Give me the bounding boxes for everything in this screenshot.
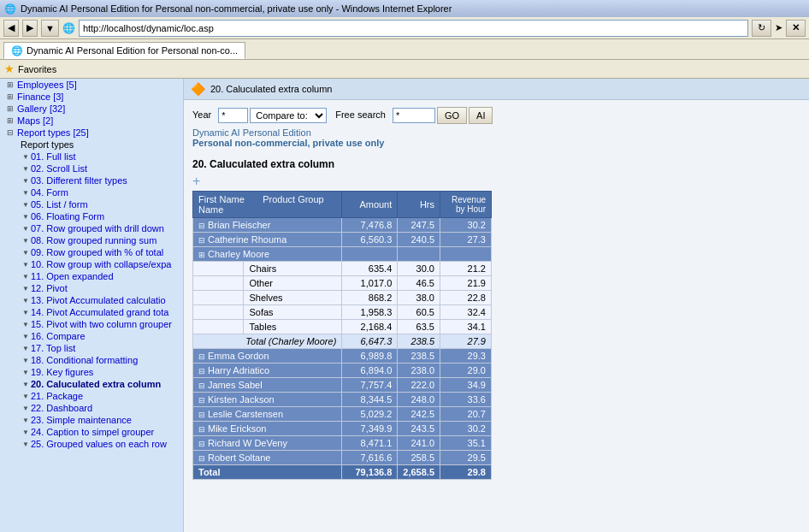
sidebar-item-7[interactable]: ▼07. Row grouped with drill down [15, 222, 183, 234]
ai-button[interactable]: AI [469, 107, 493, 124]
expand-icon[interactable]: ⊟ [198, 222, 205, 230]
sidebar-item-label: 17. Top list [31, 343, 75, 353]
amount-cell: 1,017.0 [342, 276, 398, 291]
year-control-group: Year Compare to: [192, 106, 327, 123]
table-body: ⊟Brian Fleischer7,476.8247.530.2⊟Catheri… [193, 218, 492, 480]
sidebar-item-finance[interactable]: ⊞ Finance [3] [0, 91, 183, 103]
sidebar-item-label: 16. Compare [31, 331, 86, 341]
bullet-icon: ▼ [22, 333, 29, 340]
bullet-icon: ▼ [22, 297, 29, 304]
expand-icon[interactable]: ⊞ [198, 251, 205, 259]
back-button[interactable]: ◀ [3, 20, 19, 37]
sidebar-item-3[interactable]: ▼03. Different filter types [15, 174, 183, 186]
product-name-cell [193, 262, 244, 276]
sidebar-item-11[interactable]: ▼11. Open expanded [15, 270, 183, 282]
sidebar-item-4[interactable]: ▼04. Form [15, 186, 183, 198]
expand-icon[interactable]: ⊟ [198, 440, 205, 448]
expand-icon: ⊟ [7, 128, 15, 137]
forward-button[interactable]: ▶ [22, 20, 38, 37]
sidebar-item-9[interactable]: ▼09. Row grouped with % of total [15, 246, 183, 258]
sidebar-item-employees[interactable]: ⊞ Employees [5] [0, 79, 183, 91]
expand-icon[interactable]: ⊟ [198, 236, 205, 245]
refresh-button[interactable]: ↻ [752, 20, 771, 37]
expand-icon[interactable]: ⊟ [198, 367, 205, 375]
compare-to-select[interactable]: Compare to: [250, 108, 327, 123]
sidebar-item-15[interactable]: ▼15. Pivot with two column grouper [15, 318, 183, 330]
sidebar-item-label: 10. Row group with collapse/expa [31, 259, 171, 269]
sidebar-item-8[interactable]: ▼08. Row grouped running sum [15, 234, 183, 246]
report-types-header: Report types [9, 139, 183, 151]
sidebar-item-label: Finance [3] [17, 92, 63, 102]
table-row: Total (Charley Moore)6,647.3238.527.9 [193, 334, 492, 349]
sidebar-item-20[interactable]: ▼20. Caluculated extra column [15, 378, 183, 390]
expand-icon[interactable]: ⊟ [198, 396, 205, 405]
product-name-cell [193, 305, 244, 320]
dropdown-button[interactable]: ▼ [41, 20, 59, 37]
bullet-icon: ▼ [22, 261, 29, 269]
total-label-cell: Total (Charley Moore) [193, 334, 342, 349]
sidebar-item-14[interactable]: ▼14. Pivot Accumulated grand tota [15, 306, 183, 318]
sidebar-item-10[interactable]: ▼10. Row group with collapse/expa [15, 258, 183, 270]
sidebar-item-24[interactable]: ▼24. Caption to simpel grouper [15, 426, 183, 438]
sidebar-item-label: 08. Row grouped running sum [31, 235, 156, 245]
sidebar-item-label: Report types [25] [17, 127, 89, 138]
sidebar-item-label: 19. Key figures [31, 367, 93, 377]
sidebar-item-label: 05. List / form [31, 199, 88, 210]
sidebar-item-1[interactable]: ▼01. Full list [15, 151, 183, 163]
table-row: Tables2,168.463.534.1 [193, 320, 492, 334]
sidebar-item-18[interactable]: ▼18. Conditional formatting [15, 354, 183, 366]
year-input[interactable] [218, 108, 248, 123]
sidebar-item-13[interactable]: ▼13. Pivot Accumulated calculatio [15, 294, 183, 306]
group-name-cell: ⊟Catherine Rhouma [193, 233, 342, 247]
sidebar-item-report-types[interactable]: ⊟ Report types [25] [0, 127, 183, 139]
sidebar-item-17[interactable]: ▼17. Top list [15, 342, 183, 354]
rev-cell: 29.0 [440, 364, 492, 378]
bullet-icon: ▼ [22, 273, 29, 281]
rev-cell: 29.5 [440, 451, 492, 465]
expand-icon[interactable]: ⊟ [198, 352, 205, 361]
sidebar-item-label: 02. Scroll List [31, 163, 87, 174]
group-name-cell: ⊟Harry Adriatico [193, 364, 342, 378]
title-bar: 🌐 Dynamic AI Personal Edition for Person… [0, 0, 809, 17]
add-button[interactable]: + [192, 174, 800, 189]
table-row: ⊟Harry Adriatico6,894.0238.029.0 [193, 364, 492, 378]
sidebar-item-23[interactable]: ▼23. Simple maintenance [15, 414, 183, 426]
expand-icon[interactable]: ⊟ [198, 454, 205, 463]
group-name-cell: ⊟Emma Gordon [193, 349, 342, 364]
sidebar-item-6[interactable]: ▼06. Floating Form [15, 210, 183, 222]
active-tab[interactable]: 🌐 Dynamic AI Personal Edition for Person… [3, 42, 245, 59]
rev-cell: 27.3 [440, 233, 492, 247]
arrow-icon: ➤ [775, 22, 782, 33]
hrs-cell: 238.0 [398, 364, 440, 378]
tabs-bar: 🌐 Dynamic AI Personal Edition for Person… [0, 39, 809, 60]
free-search-input[interactable] [393, 108, 435, 123]
sidebar-item-25[interactable]: ▼25. Grouped values on each row [15, 438, 183, 450]
favorites-label: Favorites [18, 64, 56, 74]
address-input[interactable] [79, 20, 748, 37]
bullet-icon: ▼ [22, 201, 29, 209]
sidebar-item-maps[interactable]: ⊞ Maps [2] [0, 115, 183, 127]
table-row: ⊟Robert Soltane7,616.6258.529.5 [193, 451, 492, 465]
table-row: ⊟Kirsten Jackson8,344.5248.033.6 [193, 393, 492, 407]
go-button[interactable]: GO [437, 107, 467, 124]
expand-icon[interactable]: ⊟ [198, 425, 205, 434]
sidebar-item-22[interactable]: ▼22. Dashboard [15, 402, 183, 414]
sidebar-item-12[interactable]: ▼12. Pivot [15, 282, 183, 294]
expand-icon[interactable]: ⊟ [198, 411, 205, 419]
sidebar-item-5[interactable]: ▼05. List / form [15, 198, 183, 210]
amount-cell: 8,471.1 [342, 436, 398, 451]
amount-cell: 635.4 [342, 262, 398, 276]
hrs-cell: 63.5 [398, 320, 440, 334]
sidebar-item-2[interactable]: ▼02. Scroll List [15, 163, 183, 174]
close-ie-button[interactable]: ✕ [786, 20, 806, 37]
hrs-cell: 240.5 [398, 233, 440, 247]
favorites-bar: ★ Favorites [0, 60, 809, 79]
sidebar-item-19[interactable]: ▼19. Key figures [15, 366, 183, 378]
sidebar-item-gallery[interactable]: ⊞ Gallery [32] [0, 103, 183, 115]
report-icon: 🔶 [191, 82, 205, 96]
sidebar-item-label: Employees [5] [17, 80, 77, 90]
expand-icon[interactable]: ⊟ [198, 381, 205, 390]
sidebar-item-16[interactable]: ▼16. Compare [15, 330, 183, 342]
sidebar-item-21[interactable]: ▼21. Package [15, 390, 183, 402]
grand-total-hrs-cell: 2,658.5 [398, 465, 440, 480]
